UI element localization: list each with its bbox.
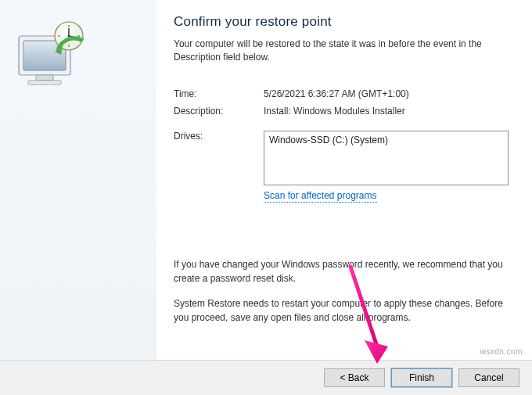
wizard-content: Confirm your restore point Your computer…: [156, 0, 532, 360]
description-label: Description:: [174, 106, 264, 117]
page-title: Confirm your restore point: [174, 14, 509, 30]
drives-label: Drives:: [174, 131, 264, 185]
drive-item: Windows-SSD (C:) (System): [269, 135, 388, 145]
watermark-text: wsxdn.com: [480, 347, 523, 356]
system-restore-icon: [14, 19, 89, 94]
svg-point-11: [67, 34, 70, 37]
cancel-button[interactable]: Cancel: [458, 368, 519, 387]
description-row: Description: Install: Windows Modules In…: [174, 106, 509, 117]
description-value: Install: Windows Modules Installer: [264, 106, 509, 117]
drives-listbox[interactable]: Windows-SSD (C:) (System): [264, 131, 509, 185]
wizard-button-bar: < Back Finish Cancel: [0, 360, 532, 395]
finish-button[interactable]: Finish: [391, 368, 452, 387]
time-value: 5/26/2021 6:36:27 AM (GMT+1:00): [264, 88, 509, 99]
password-note: If you have changed your Windows passwor…: [174, 257, 509, 285]
page-subtitle: Your computer will be restored to the st…: [174, 38, 509, 65]
main-area: Confirm your restore point Your computer…: [0, 0, 532, 360]
time-label: Time:: [174, 88, 264, 99]
back-button[interactable]: < Back: [324, 368, 385, 387]
notes-block: If you have changed your Windows passwor…: [174, 257, 509, 325]
time-row: Time: 5/26/2021 6:36:27 AM (GMT+1:00): [174, 88, 509, 99]
svg-rect-3: [28, 81, 61, 84]
restart-note: System Restore needs to restart your com…: [174, 296, 509, 325]
svg-rect-2: [36, 75, 53, 81]
wizard-sidebar: [0, 0, 156, 360]
drives-row: Drives: Windows-SSD (C:) (System): [174, 131, 509, 185]
scan-affected-programs-link[interactable]: Scan for affected programs: [264, 190, 377, 203]
